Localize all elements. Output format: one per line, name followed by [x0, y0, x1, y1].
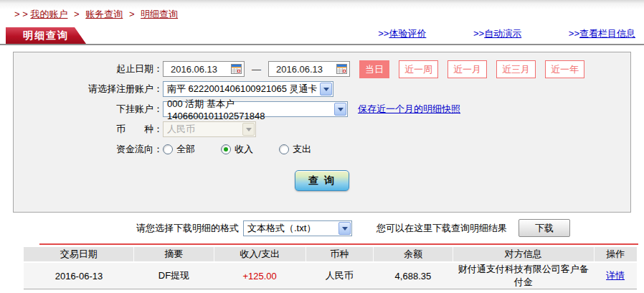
header-links: >>体验评价 >>自动演示 >>查看栏目信息 — [333, 27, 635, 40]
radio-income[interactable]: 收入 — [221, 143, 253, 156]
end-date-input[interactable]: 2016.06.13 — [268, 61, 350, 77]
breadcrumb-separator: > — [129, 9, 135, 19]
section-header: 明细查询 >>体验评价 >>自动演示 >>查看栏目信息 — [0, 27, 644, 45]
calendar-icon[interactable] — [231, 64, 242, 74]
currency-label: 币 种： — [14, 123, 163, 136]
registered-account-select[interactable]: 南平 6222001406100921065 灵通卡 — [163, 81, 333, 97]
date-range-row: 起止日期： 2016.06.13 — 2016.06.13 当日 近一周 — [14, 60, 630, 78]
sub-account-select[interactable]: 000 活期 基本户 1406600101102571848 — [163, 101, 348, 117]
fund-flow-label: 资金流向： — [14, 143, 163, 156]
col-header-balance: 余额 — [373, 247, 453, 262]
quick-range-button-year[interactable]: 近一年 — [545, 60, 584, 78]
table-top-separator — [39, 243, 638, 245]
query-button[interactable]: 查 询 — [295, 170, 349, 191]
download-hint: 您可以在这里下载查询明细结果 — [377, 222, 507, 235]
registered-account-row: 请选择注册账户： 南平 6222001406100921065 灵通卡 — [14, 80, 630, 98]
cell-balance: 4,688.35 — [373, 262, 453, 289]
sub-account-row: 下挂账户： 000 活期 基本户 1406600101102571848 保存近… — [14, 100, 630, 118]
dropdown-arrow-icon — [338, 222, 351, 235]
breadcrumb-link-account-query[interactable]: 账务查询 — [85, 9, 123, 19]
download-button[interactable]: 下载 — [518, 219, 570, 237]
cell-counterparty: 财付通支付科技有限公司客户备付金 — [453, 262, 594, 289]
col-header-date: 交易日期 — [24, 247, 134, 262]
radio-income-label: 收入 — [235, 143, 253, 156]
dropdown-arrow-icon — [320, 83, 332, 96]
radio-expense-label: 支出 — [293, 143, 311, 156]
col-header-currency: 币种 — [306, 247, 373, 262]
radio-all[interactable]: 全部 — [163, 143, 195, 156]
col-header-counterparty: 对方信息 — [453, 247, 594, 262]
cell-summary: DF提现 — [134, 262, 214, 289]
currency-select: 人民币 — [163, 121, 256, 137]
cell-date: 2016-06-13 — [24, 262, 134, 289]
radio-icon[interactable] — [279, 144, 289, 154]
radio-icon[interactable] — [221, 144, 231, 154]
breadcrumb: > > 我的账户 > 账务查询 > 明细查询 — [0, 0, 644, 27]
start-date-input[interactable]: 2016.06.13 — [163, 61, 245, 77]
quick-range-button-month[interactable]: 近一月 — [448, 60, 487, 78]
registered-account-label: 请选择注册账户： — [14, 83, 163, 96]
radio-all-label: 全部 — [176, 143, 195, 156]
col-header-action: 操作 — [594, 247, 637, 262]
table-row: 2016-06-13 DF提现 +125.00 人民币 4,688.35 财付通… — [24, 262, 637, 289]
detail-link[interactable]: 详情 — [606, 270, 625, 281]
table-header-row: 交易日期 摘要 收入/支出 币种 余额 对方信息 操作 — [24, 247, 637, 262]
fund-flow-row: 资金流向： 全部 收入 支出 — [14, 140, 630, 159]
quick-range-button-week[interactable]: 近一周 — [399, 60, 438, 78]
date-range-dash: — — [252, 64, 261, 75]
save-snapshot-link[interactable]: 保存近一个月的明细快照 — [358, 103, 460, 116]
col-header-summary: 摘要 — [134, 247, 214, 262]
download-format-label: 请您选择下载明细的格式 — [136, 222, 239, 235]
cell-amount: +125.00 — [214, 262, 306, 289]
link-experience-rating[interactable]: >>体验评价 — [378, 28, 426, 39]
breadcrumb-link-my-account[interactable]: 我的账户 — [30, 9, 67, 19]
link-column-info[interactable]: >>查看栏目信息 — [569, 28, 635, 39]
breadcrumb-separator: > — [74, 9, 80, 19]
calendar-icon[interactable] — [336, 64, 347, 74]
quick-range-button-3months[interactable]: 近三月 — [496, 60, 536, 78]
download-row: 请您选择下载明细的格式 文本格式（.txt） 您可以在这里下载查询明细结果 下载 — [0, 219, 644, 237]
breadcrumb-prefix: > > — [14, 9, 28, 19]
date-range-label: 起止日期： — [14, 62, 163, 75]
breadcrumb-link-detail-query[interactable]: 明细查询 — [141, 9, 178, 19]
cell-currency: 人民币 — [306, 262, 373, 289]
radio-expense[interactable]: 支出 — [279, 143, 311, 156]
sub-account-label: 下挂账户： — [14, 103, 163, 116]
result-table: 交易日期 摘要 收入/支出 币种 余额 对方信息 操作 2016-06-13 D… — [24, 247, 637, 289]
quick-range-button-today[interactable]: 当日 — [359, 60, 389, 78]
query-form: 起止日期： 2016.06.13 — 2016.06.13 当日 近一周 — [13, 52, 631, 213]
tab-detail-query[interactable]: 明细查询 — [6, 27, 86, 44]
dropdown-arrow-icon — [334, 103, 346, 116]
link-auto-demo[interactable]: >>自动演示 — [473, 28, 521, 39]
radio-icon[interactable] — [163, 144, 173, 154]
col-header-amount: 收入/支出 — [214, 247, 306, 262]
currency-row: 币 种： 人民币 — [14, 120, 630, 139]
dropdown-arrow-icon — [242, 123, 255, 136]
download-format-select[interactable]: 文本格式（.txt） — [243, 220, 352, 236]
